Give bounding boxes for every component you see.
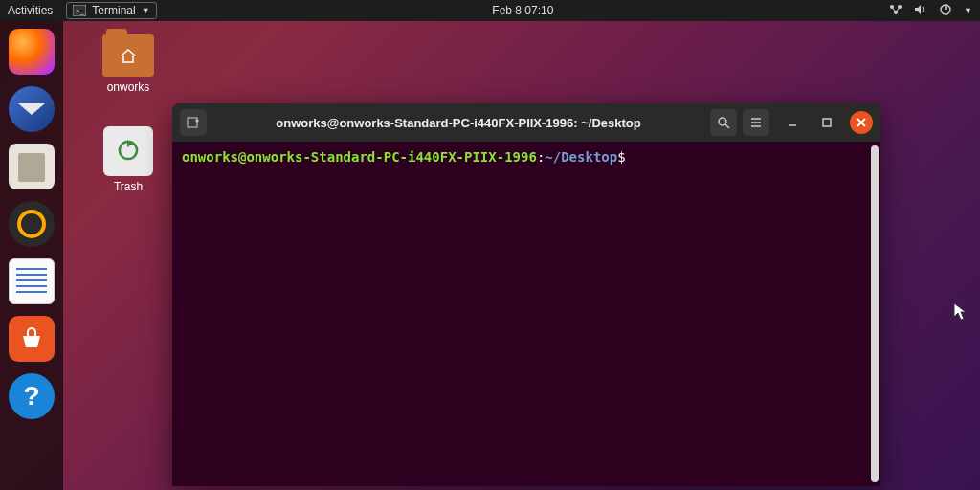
clock[interactable]: Feb 8 07:10 <box>492 4 553 17</box>
minimize-icon <box>786 116 799 129</box>
svg-point-10 <box>719 118 726 125</box>
cursor-icon <box>953 302 969 325</box>
dock-rhythmbox[interactable] <box>9 201 55 247</box>
dock-files[interactable] <box>9 144 55 189</box>
dock-firefox[interactable] <box>9 29 55 75</box>
svg-text:>_: >_ <box>76 7 85 15</box>
desktop-folder-onworks[interactable]: onworks <box>94 34 163 94</box>
dock-help[interactable]: ? <box>9 373 55 419</box>
folder-icon <box>102 34 154 77</box>
top-bar: Activities >_ Terminal ▼ Feb 8 07:10 ▼ <box>0 0 980 21</box>
terminal-titlebar[interactable]: onworks@onworks-Standard-PC-i440FX-PIIX-… <box>172 103 880 142</box>
menu-button[interactable] <box>743 109 769 136</box>
dock-thunderbird[interactable] <box>9 86 55 132</box>
close-icon <box>856 117 867 128</box>
trash-icon <box>103 126 153 176</box>
scrollbar[interactable] <box>871 145 879 482</box>
new-tab-button[interactable] <box>180 109 207 136</box>
chevron-down-icon[interactable]: ▼ <box>964 6 972 15</box>
prompt-path: ~/Desktop <box>545 149 617 165</box>
activities-button[interactable]: Activities <box>8 4 53 17</box>
volume-icon[interactable] <box>914 4 927 18</box>
close-button[interactable] <box>850 111 873 134</box>
dock-writer[interactable] <box>9 258 55 304</box>
prompt-dollar: $ <box>617 149 625 165</box>
search-icon <box>716 115 731 130</box>
desktop-trash[interactable]: Trash <box>94 126 163 193</box>
app-menu-label: Terminal <box>92 4 135 17</box>
svg-rect-16 <box>823 119 831 126</box>
terminal-body[interactable]: onworks@onworks-Standard-PC-i440FX-PIIX-… <box>172 142 880 486</box>
power-icon[interactable] <box>939 3 952 19</box>
desktop-icon-label: onworks <box>94 80 163 94</box>
maximize-icon <box>820 116 834 129</box>
network-icon[interactable] <box>889 4 902 18</box>
dock: ? <box>0 21 63 490</box>
svg-line-11 <box>725 124 729 128</box>
app-menu[interactable]: >_ Terminal ▼ <box>66 2 156 19</box>
prompt-user-host: onworks@onworks-Standard-PC-i440FX-PIIX-… <box>182 149 537 165</box>
terminal-window: onworks@onworks-Standard-PC-i440FX-PIIX-… <box>172 103 880 486</box>
minimize-button[interactable] <box>781 111 804 134</box>
maximize-button[interactable] <box>815 111 838 134</box>
svg-rect-7 <box>188 118 197 127</box>
search-button[interactable] <box>710 109 737 136</box>
window-title: onworks@onworks-Standard-PC-i440FX-PIIX-… <box>212 116 704 130</box>
terminal-icon: >_ <box>73 5 86 16</box>
dock-software[interactable] <box>9 316 55 362</box>
hamburger-icon <box>748 115 764 130</box>
desktop-icon-label: Trash <box>94 180 163 193</box>
chevron-down-icon: ▼ <box>142 6 150 15</box>
